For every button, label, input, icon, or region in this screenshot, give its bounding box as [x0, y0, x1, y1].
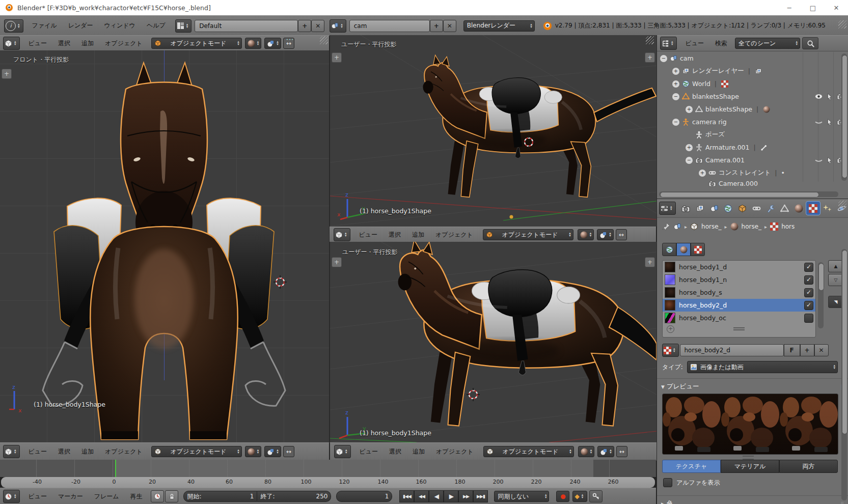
region-expand-tab[interactable]: +: [332, 52, 342, 63]
minimize-button[interactable]: −: [778, 0, 801, 15]
close-window-button[interactable]: ✕: [825, 0, 848, 15]
menu-help[interactable]: ヘルプ: [141, 21, 171, 30]
expand-toggle[interactable]: −: [660, 55, 667, 62]
delete-scene-button[interactable]: ✕: [443, 20, 456, 32]
menu-render[interactable]: レンダー: [63, 21, 99, 30]
editor-type-3dview-selector[interactable]: ▴▾: [3, 37, 20, 50]
object-menu[interactable]: オブジェクト: [430, 231, 479, 239]
unlink-texture-button[interactable]: ✕: [814, 344, 829, 356]
play-button[interactable]: ▶: [444, 490, 458, 502]
next-keyframe-button[interactable]: ▶▶: [458, 490, 473, 502]
visibility-eye-icon[interactable]: [815, 93, 823, 100]
new-texture-button[interactable]: +: [800, 344, 814, 356]
tab-material[interactable]: [792, 202, 806, 215]
shading-dropdown[interactable]: ▴▾: [245, 38, 262, 49]
selectability-cursor-icon[interactable]: [826, 156, 833, 164]
tab-world[interactable]: [721, 202, 735, 215]
add-menu[interactable]: 追加: [407, 447, 430, 456]
editor-type-outliner-selector[interactable]: ▴▾: [660, 37, 677, 50]
texture-type-dropdown[interactable]: 画像または動画 ▴▾: [687, 361, 838, 373]
region-expand-tab[interactable]: +: [2, 69, 12, 79]
keying-set-dropdown[interactable]: ◆▴▾: [572, 491, 587, 502]
texture-slot-row[interactable]: horse_body_s ✓: [663, 286, 815, 299]
breadcrumb-object[interactable]: horse_: [701, 223, 722, 230]
preview-panel-header[interactable]: ▼ プレビュー ⣿: [661, 382, 844, 391]
screen-layout-field[interactable]: Default: [195, 20, 298, 32]
editor-type-3dview-selector[interactable]: ▴▾: [3, 445, 20, 458]
expand-toggle[interactable]: −: [672, 93, 679, 100]
mode-dropdown[interactable]: オブジェクトモード▴▾: [151, 446, 242, 457]
fake-user-button[interactable]: F: [784, 344, 800, 356]
outliner-row-render-layers[interactable]: + レンダーレイヤー |: [657, 65, 848, 77]
view-menu[interactable]: ビュー: [23, 447, 53, 456]
texture-slot-row-selected[interactable]: horse_body2_d ✓: [663, 299, 815, 312]
preview-range-clock-button[interactable]: [151, 490, 164, 502]
current-frame-playhead[interactable]: [115, 460, 116, 477]
area-corner-grip[interactable]: [838, 20, 846, 29]
tab-texture[interactable]: [806, 202, 820, 215]
outliner-row-camera001[interactable]: − Camera.001: [657, 154, 848, 166]
jump-to-end-button[interactable]: ▶▶▮: [473, 490, 488, 502]
add-slot-icon[interactable]: +: [667, 325, 674, 333]
pivot-dropdown[interactable]: ▴▾: [264, 446, 281, 457]
area-corner-grip[interactable]: [320, 36, 328, 44]
mode-dropdown[interactable]: オブジェクトモード▴▾: [151, 38, 242, 49]
viewport-front[interactable]: フロント・平行投影 + z x (1) horse_body1Shape: [0, 50, 330, 442]
outliner-row-constraints[interactable]: + コンストレイント | •: [657, 166, 848, 179]
outliner-row-camera000[interactable]: Camera.000: [657, 179, 848, 188]
expand-toggle[interactable]: +: [672, 80, 679, 88]
shading-dropdown[interactable]: ▴▾: [578, 446, 595, 457]
outliner-search-menu[interactable]: 検索: [709, 39, 733, 48]
manipulator-toggle[interactable]: ↔: [616, 229, 627, 240]
tab-scene[interactable]: [707, 202, 721, 215]
texture-slot-row[interactable]: horse_body_oc: [663, 312, 815, 324]
visibility-eye-off-icon[interactable]: [815, 118, 823, 126]
texture-enable-checkbox[interactable]: ✓: [804, 288, 813, 297]
current-frame-field[interactable]: 1: [336, 491, 392, 502]
object-menu[interactable]: オブジェクト: [430, 447, 479, 456]
outliner-view-menu[interactable]: ビュー: [680, 39, 710, 48]
add-menu[interactable]: 追加: [76, 447, 99, 456]
texture-enable-checkbox[interactable]: ✓: [804, 275, 813, 285]
properties-vscrollbar[interactable]: [841, 249, 847, 500]
show-texture-button[interactable]: テクスチャ: [662, 460, 721, 473]
expand-toggle[interactable]: −: [672, 119, 679, 126]
sync-dropdown[interactable]: 同期しない▴▾: [494, 491, 549, 502]
editor-type-3dview-selector[interactable]: ▴▾: [334, 228, 350, 241]
add-menu[interactable]: 追加: [76, 39, 99, 48]
frame-end-field[interactable]: 終了:250: [257, 491, 331, 502]
expand-toggle[interactable]: +: [699, 170, 706, 177]
timeline-frame-menu[interactable]: フレーム: [89, 492, 125, 501]
viewport-user-top[interactable]: ユーザー・平行投影 + + z y x (1) horse_body1Shape: [330, 35, 656, 227]
outliner-row-blanketsshape-data[interactable]: + blanketsShape |: [657, 103, 848, 116]
pivot-dropdown[interactable]: ▴▾: [597, 446, 614, 457]
frame-start-field[interactable]: 開始:1: [183, 491, 257, 502]
search-icon[interactable]: [802, 37, 818, 49]
editor-type-timeline-selector[interactable]: ▴▾: [3, 490, 20, 503]
outliner-row-armature[interactable]: + Armature.001 |: [657, 141, 848, 154]
show-both-button[interactable]: 両方: [779, 460, 838, 473]
timeline-marker-menu[interactable]: マーカー: [52, 492, 89, 501]
breadcrumb-material[interactable]: horse_: [742, 223, 762, 230]
tab-particles[interactable]: [820, 202, 834, 215]
mode-dropdown[interactable]: オブジェクトモード▴▾: [483, 446, 574, 457]
list-resize-handle[interactable]: [733, 327, 745, 330]
expand-toggle[interactable]: +: [672, 68, 679, 75]
delete-layout-button[interactable]: ✕: [311, 20, 324, 32]
breadcrumb-texture[interactable]: hors: [781, 223, 795, 230]
selectability-cursor-icon[interactable]: [826, 93, 833, 100]
outliner-row-world[interactable]: + World |: [657, 77, 848, 90]
show-alpha-checkbox[interactable]: [663, 478, 672, 487]
region-expand-tab[interactable]: +: [645, 52, 655, 63]
lock-time-cursor-button[interactable]: [165, 490, 178, 502]
editor-type-info-selector[interactable]: i ▴▾: [4, 19, 23, 33]
maximize-button[interactable]: □: [801, 0, 825, 15]
selectability-cursor-icon[interactable]: [826, 118, 833, 126]
tab-constraints[interactable]: [750, 202, 763, 215]
region-expand-tab[interactable]: +: [645, 257, 655, 267]
texture-enable-checkbox[interactable]: [804, 314, 813, 323]
keying-set-key-icon[interactable]: [589, 490, 603, 502]
browse-texture-selector[interactable]: ▴▾: [662, 344, 679, 357]
show-material-button[interactable]: マテリアル: [721, 460, 779, 473]
outliner-vscrollbar[interactable]: [841, 53, 847, 181]
